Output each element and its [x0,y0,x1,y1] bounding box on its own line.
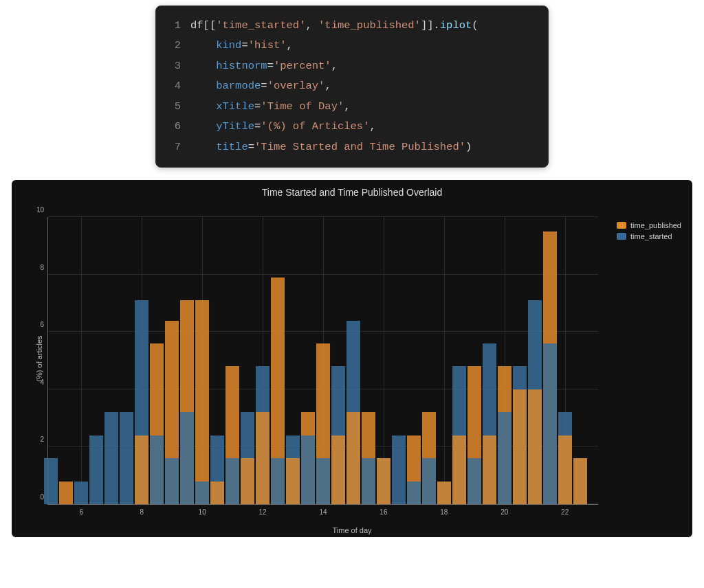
bar-started[interactable] [362,458,375,504]
bar-started[interactable] [543,343,557,504]
bar-published[interactable] [346,412,360,504]
legend-swatch-started-icon [617,233,626,240]
x-tick: 22 [561,508,569,516]
code-token: = [261,80,267,92]
line-number: 4 [164,76,181,96]
code-token: '(%) of Articles' [261,120,369,133]
code-token [190,39,216,52]
code-token: = [248,141,254,153]
bar-published[interactable] [483,436,496,504]
bar-started[interactable] [271,458,285,504]
bar-started[interactable] [44,458,58,504]
legend-label: time_published [630,221,681,229]
bar-published[interactable] [256,412,270,504]
y-tick: 10 [36,206,44,214]
code-token: , [331,60,338,72]
code-line: 6 yTitle='(%) of Articles', [164,117,536,137]
line-number: 1 [164,16,181,36]
code-token: iplot [440,19,472,32]
code-token: barmode [216,80,261,92]
code-token: 'time_started' [216,19,305,32]
line-number: 2 [164,36,181,56]
bar-started[interactable] [165,458,179,504]
bar-started[interactable] [195,482,209,504]
bar-started[interactable] [392,436,406,504]
line-number: 5 [164,97,181,117]
bar-started[interactable] [316,458,330,504]
code-token: = [254,120,261,133]
bar-started[interactable] [301,436,315,504]
bar-started[interactable] [150,436,164,504]
code-token: , [287,39,293,52]
code-token: 'hist' [248,39,287,52]
bar-published[interactable] [135,436,148,504]
x-tick: 16 [380,508,387,516]
code-line: 2 kind='hist', [164,36,536,56]
code-token: 'Time Started and Time Published' [254,141,465,153]
code-token [190,141,216,153]
x-tick: 12 [259,508,267,516]
bar-started[interactable] [120,412,133,504]
bar-started[interactable] [74,482,88,504]
bar-published[interactable] [241,458,254,504]
code-token: kind [216,39,241,52]
code-line: 5 xTitle='Time of Day', [164,97,536,117]
code-token: df [190,19,204,32]
bar-published[interactable] [573,458,587,504]
code-token [190,80,216,92]
code-token: , [344,100,350,113]
bar-published[interactable] [331,436,345,504]
bar-published[interactable] [195,300,209,504]
x-tick: 6 [80,508,84,516]
bar-started[interactable] [422,458,436,504]
bar-started[interactable] [407,482,421,504]
code-token: , [305,19,318,32]
legend-swatch-published-icon [617,222,626,229]
code-token [190,100,216,113]
code-token: 'overlay' [267,80,325,92]
code-line: 1df[['time_started', 'time_published']].… [164,16,536,36]
code-line: 3 histnorm='percent', [164,56,536,76]
bar-started[interactable] [498,412,512,504]
code-token: title [216,141,248,153]
y-tick: 2 [40,436,44,443]
code-line: 4 barmode='overlay', [164,76,536,96]
bar-published[interactable] [59,482,73,504]
legend-item-published[interactable]: time_published [617,221,681,229]
code-token: 'percent' [274,60,331,72]
line-number: 7 [164,137,181,157]
bar-started[interactable] [89,436,103,504]
bar-published[interactable] [558,436,572,504]
bar-published[interactable] [377,458,390,504]
code-token: xTitle [216,100,254,113]
line-number: 3 [164,56,181,76]
bar-started[interactable] [468,458,481,504]
plot-area[interactable]: 02468106810121416182022 [47,217,598,505]
code-token: = [254,100,261,113]
y-tick: 6 [40,321,44,328]
bar-published[interactable] [210,482,224,504]
bar-started[interactable] [180,412,194,504]
bar-started[interactable] [226,458,239,504]
legend-item-started[interactable]: time_started [617,232,681,240]
gridline-vertical [444,217,445,504]
y-tick: 8 [40,263,44,271]
bar-published[interactable] [528,389,542,504]
code-token: , [324,80,331,92]
code-token [190,60,216,72]
y-tick: 4 [40,378,44,385]
code-token: [[ [204,19,217,32]
code-token: 'time_published' [318,19,421,32]
code-token: ( [472,19,478,32]
code-token: histnorm [216,60,267,72]
code-token: 'Time of Day' [261,100,344,113]
chart-title: Time Started and Time Published Overlaid [12,187,692,198]
legend: time_published time_started [617,221,681,243]
bar-published[interactable] [437,482,451,504]
bar-published[interactable] [452,436,466,504]
bar-started[interactable] [104,412,118,504]
code-token: yTitle [216,120,254,133]
bar-published[interactable] [286,458,300,504]
legend-label: time_started [630,232,672,240]
bar-published[interactable] [513,389,527,504]
